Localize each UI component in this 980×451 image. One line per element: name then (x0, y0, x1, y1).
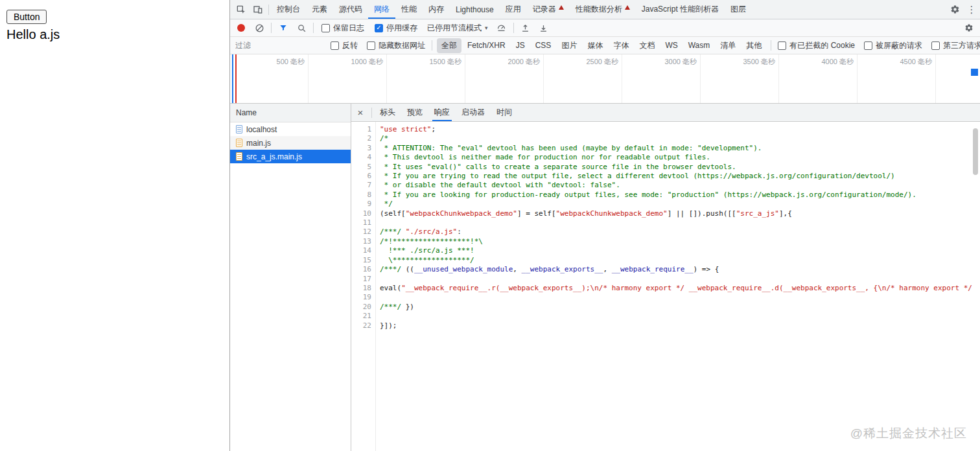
filter-chip-ws[interactable]: WS (660, 39, 682, 52)
filter-chip-font[interactable]: 字体 (609, 38, 633, 53)
response-tab-preview[interactable]: 预览 (401, 104, 428, 121)
response-tab-timing[interactable]: 时间 (491, 104, 518, 121)
hide-data-urls-checkbox[interactable]: 隐藏数据网址 (367, 40, 425, 51)
tab-label: 应用 (506, 4, 521, 15)
blocked-requests-label: 被屏蔽的请求 (876, 40, 922, 51)
network-conditions-icon[interactable] (493, 20, 510, 36)
tab-js-profiler[interactable]: JavaScript 性能剖析器 (636, 0, 725, 19)
request-row-src-a-js-main-js[interactable]: src_a_js.main.js (230, 150, 351, 163)
request-name: src_a_js.main.js (246, 152, 302, 161)
code-text: * It uses "eval()" calls to create a sep… (375, 163, 736, 172)
filter-chip-wasm[interactable]: Wasm (684, 39, 715, 52)
filter-chip-doc[interactable]: 文档 (635, 38, 659, 53)
timeline-label: 4000 毫秒 (779, 54, 858, 103)
filter-chip-all[interactable]: 全部 (437, 38, 461, 53)
tab-lighthouse[interactable]: Lighthouse (450, 0, 500, 19)
devtools-tabs: 控制台元素源代码网络性能内存Lighthouse应用记录器性能数据分析JavaS… (271, 0, 752, 19)
checkbox-unchecked (778, 41, 786, 50)
disable-cache-checkbox[interactable]: ✓ 停用缓存 (375, 23, 417, 34)
divider (771, 40, 771, 51)
chevron-down-icon: ▾ (485, 25, 488, 31)
preview-feature-badge-icon (625, 5, 630, 10)
line-number: 11 (351, 218, 375, 227)
line-number: 10 (351, 209, 375, 218)
tab-application[interactable]: 应用 (500, 0, 527, 19)
request-row-localhost[interactable]: localhost (230, 122, 351, 136)
import-har-icon[interactable] (517, 20, 534, 36)
tab-layers[interactable]: 图层 (725, 0, 752, 19)
filter-chip-fetch-xhr[interactable]: Fetch/XHR (463, 39, 510, 52)
response-tab-initiator[interactable]: 启动器 (456, 104, 491, 121)
code-line: 8 * If you are looking for production-re… (351, 191, 980, 200)
line-number: 21 (351, 312, 375, 321)
tab-recorder[interactable]: 记录器 (527, 0, 570, 19)
request-detail-tabs: 标头预览响应启动器时间 (374, 104, 518, 121)
response-code-view[interactable]: 1"use strict";2/*3 * ATTENTION: The "eva… (351, 122, 980, 451)
checkbox-unchecked (864, 41, 872, 50)
tab-label: 控制台 (277, 4, 300, 15)
third-party-label: 第三方请求 (943, 40, 980, 51)
response-tab-headers[interactable]: 标头 (374, 104, 401, 121)
request-row-main-js[interactable]: main.js (230, 136, 351, 150)
timeline-label: 1000 毫秒 (309, 54, 387, 103)
divider (432, 40, 432, 51)
checkbox-unchecked (321, 24, 330, 32)
blocked-requests-checkbox[interactable]: 被屏蔽的请求 (864, 40, 922, 51)
disable-cache-label: 停用缓存 (386, 23, 417, 34)
export-har-icon[interactable] (535, 20, 552, 36)
filter-funnel-icon[interactable] (275, 20, 292, 36)
settings-gear-icon[interactable] (946, 2, 963, 17)
divider (313, 23, 314, 33)
tab-label: 性能数据分析 (576, 4, 622, 15)
tab-label: 网络 (374, 4, 390, 15)
clear-network-log-icon[interactable] (251, 20, 268, 36)
code-text: * If you are looking for production-read… (375, 191, 916, 200)
tab-elements[interactable]: 元素 (306, 0, 333, 19)
blocked-cookies-checkbox[interactable]: 有已拦截的 Cookie (778, 40, 855, 51)
scrollbar-thumb[interactable] (973, 128, 978, 175)
filter-chip-js[interactable]: JS (511, 39, 530, 52)
code-line: 11 (351, 218, 980, 227)
filter-chip-img[interactable]: 图片 (557, 38, 581, 53)
code-text: * ATTENTION: The "eval" devtool has been… (375, 144, 762, 153)
tab-performance-insights[interactable]: 性能数据分析 (570, 0, 636, 19)
device-toolbar-icon[interactable] (250, 2, 266, 17)
throttling-select[interactable]: 已停用节流模式 ▾ (423, 21, 492, 35)
page-button[interactable]: Button (6, 10, 47, 24)
record-network-log-icon[interactable] (233, 20, 250, 36)
code-text: /*!******************!*\ (375, 237, 483, 246)
filter-chip-css[interactable]: CSS (531, 39, 556, 52)
filter-chip-other[interactable]: 其他 (741, 38, 766, 53)
response-tab-response[interactable]: 响应 (428, 104, 456, 121)
tab-sources[interactable]: 源代码 (333, 0, 368, 19)
preserve-log-checkbox[interactable]: 保留日志 (321, 23, 364, 34)
invert-checkbox[interactable]: 反转 (331, 40, 358, 51)
request-waterfall-bar (971, 69, 978, 76)
more-options-icon[interactable]: ⋮ (963, 2, 980, 17)
requests-name-header[interactable]: Name (230, 104, 351, 122)
invert-label: 反转 (342, 40, 358, 51)
tab-label: 元素 (312, 4, 327, 15)
line-number: 18 (351, 284, 375, 293)
preview-feature-badge-icon (559, 5, 564, 10)
code-text: \******************/ (375, 256, 474, 265)
close-icon[interactable]: × (351, 107, 369, 118)
tab-console[interactable]: 控制台 (271, 0, 306, 19)
tab-label: 内存 (428, 4, 444, 15)
tab-performance[interactable]: 性能 (395, 0, 423, 19)
search-icon[interactable] (293, 20, 310, 36)
network-overview-timeline[interactable]: 500 毫秒1000 毫秒1500 毫秒2000 毫秒2500 毫秒3000 毫… (230, 54, 980, 104)
filter-chip-manifest[interactable]: 清单 (716, 38, 740, 53)
filter-input[interactable] (235, 41, 326, 50)
script-file-icon (236, 152, 242, 161)
third-party-checkbox[interactable]: 第三方请求 (931, 40, 980, 51)
inspect-element-icon[interactable] (233, 2, 250, 17)
filter-chip-media[interactable]: 媒体 (583, 38, 607, 53)
code-line: 6 * If you are trying to read the output… (351, 172, 980, 181)
code-text: * or disable the default devtool with "d… (375, 181, 620, 190)
tab-network[interactable]: 网络 (368, 0, 395, 19)
timeline-label: 2500 毫秒 (544, 54, 622, 103)
tab-memory[interactable]: 内存 (423, 0, 450, 19)
network-settings-icon[interactable] (961, 20, 977, 36)
line-number: 17 (351, 275, 375, 284)
